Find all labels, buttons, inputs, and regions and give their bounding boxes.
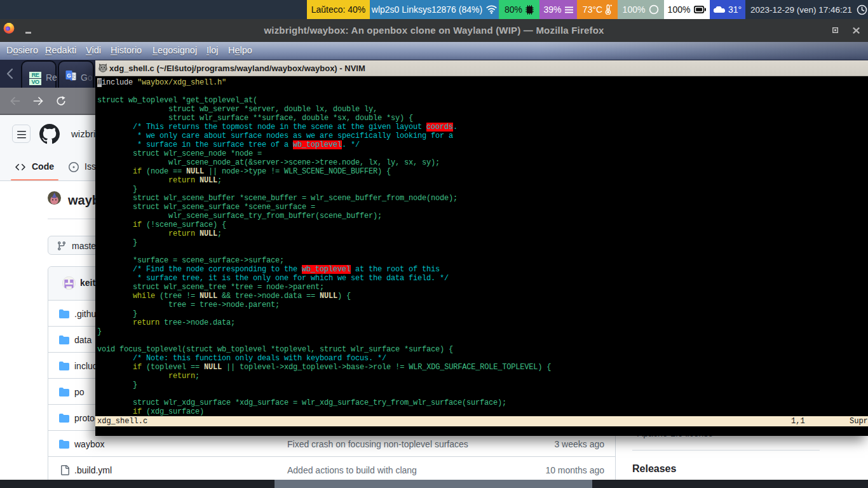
svg-text:G: G [67,72,71,79]
